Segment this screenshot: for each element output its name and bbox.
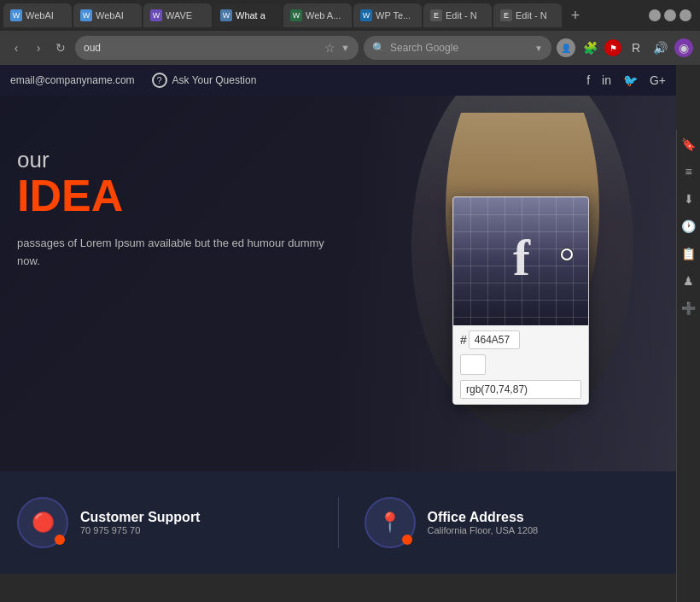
facebook-social-icon[interactable]: f <box>586 73 590 87</box>
office-address-icon-circle: 📍 <box>365 497 416 548</box>
facebook-letter-preview: f <box>513 229 530 288</box>
googleplus-social-icon[interactable]: G+ <box>650 73 666 87</box>
maximize-button[interactable] <box>664 9 676 21</box>
speaker-icon[interactable]: 🔊 <box>650 38 669 57</box>
tab-label-edit1: Edit - N <box>446 10 477 20</box>
tab-favicon-weba: W <box>290 9 302 21</box>
color-picker-canvas[interactable]: f <box>453 197 589 325</box>
rgb-display: rgb(70,74,87) <box>460 380 581 399</box>
tab-label-wave: WAVE <box>166 10 192 20</box>
support-icon-dot <box>55 535 65 545</box>
hero-text-block: our IDEA passages of Lorem Ipsum availab… <box>17 147 324 271</box>
sidebar-clipboard-icon[interactable]: 📋 <box>680 244 698 263</box>
hero-section: our IDEA passages of Lorem Ipsum availab… <box>0 96 676 471</box>
tab-label-weba: Web A... <box>306 10 341 20</box>
url-text: oud <box>84 42 319 54</box>
tab-weba[interactable]: W Web A... <box>283 3 352 27</box>
user-avatar[interactable]: 👤 <box>557 38 575 57</box>
tab-wave[interactable]: W WAVE <box>143 3 212 27</box>
tab-webai-1[interactable]: W WebAI <box>3 3 72 27</box>
tab-favicon-wave: W <box>150 9 162 21</box>
browser-chrome: W WebAI W WebAI W WAVE W What a W Web A.… <box>0 0 700 65</box>
color-picker-popup[interactable]: f # rgb(70,74,87) → <box>452 196 589 405</box>
sidebar-bookmark-icon[interactable]: 🔖 <box>680 135 698 154</box>
tab-favicon-1: W <box>10 9 22 21</box>
tab-label-1: WebAI <box>26 10 54 20</box>
hero-subtitle: our <box>17 147 324 173</box>
tab-whata[interactable]: W What a <box>213 3 282 27</box>
back-button[interactable]: ‹ <box>7 38 26 57</box>
close-button[interactable] <box>680 9 691 21</box>
tab-favicon-wpte: W <box>360 9 372 21</box>
customer-support-phone: 70 975 975 70 <box>80 525 200 535</box>
tab-favicon-edit2: E <box>500 9 512 21</box>
color-picker-controls: # rgb(70,74,87) <box>453 325 588 404</box>
tab-favicon-edit1: E <box>430 9 442 21</box>
address-icon: 📍 <box>378 511 401 534</box>
swatch-row <box>460 354 581 375</box>
tab-label-wpte: WP Te... <box>376 10 411 20</box>
color-swatch-white[interactable] <box>460 354 486 375</box>
tab-label-whata: What a <box>236 10 265 20</box>
url-box[interactable]: oud ☆ ▼ <box>75 36 359 60</box>
tab-wpte[interactable]: W WP Te... <box>353 3 422 27</box>
notification-icon[interactable]: ⚑ <box>604 39 621 56</box>
toolbar-icons: 👤 🧩 ⚑ R 🔊 ◉ <box>557 38 693 57</box>
customer-support-text: Customer Support 70 975 975 70 <box>80 510 200 535</box>
extensions-icon[interactable]: 🧩 <box>580 38 599 57</box>
twitter-social-icon[interactable]: 🐦 <box>623 73 638 87</box>
tab-bar: W WebAI W WebAI W WAVE W What a W Web A.… <box>0 0 700 31</box>
address-bar: ‹ › ↻ oud ☆ ▼ 🔍 Search Google ▼ 👤 🧩 ⚑ R … <box>0 31 700 65</box>
search-input-placeholder: Search Google <box>390 42 458 54</box>
search-box[interactable]: 🔍 Search Google ▼ <box>364 36 551 60</box>
main-content: email@companyname.com ? Ask Your Questio… <box>0 65 676 602</box>
forward-button[interactable]: › <box>29 38 48 57</box>
tab-edit2[interactable]: E Edit - N <box>493 3 562 27</box>
sidebar-download-icon[interactable]: ⬇ <box>680 190 698 208</box>
address-icon-dot <box>402 535 412 545</box>
email-address: email@companyname.com <box>10 74 135 86</box>
search-icon: 🔍 <box>372 42 385 54</box>
bookmark-icon[interactable]: ☆ <box>324 41 335 55</box>
url-chevron-icon[interactable]: ▼ <box>341 43 350 53</box>
tab-label-edit2: Edit - N <box>516 10 547 20</box>
sidebar-list-icon[interactable]: ≡ <box>680 162 698 181</box>
tab-label-2: WebAI <box>96 10 124 20</box>
color-picker-crosshair[interactable] <box>561 248 573 260</box>
hex-input-row: # <box>460 330 581 349</box>
hero-title: IDEA <box>17 173 324 218</box>
window-controls <box>649 9 697 21</box>
support-icon: 🔴 <box>32 511 55 534</box>
customer-support-card: 🔴 Customer Support 70 975 975 70 <box>17 497 312 548</box>
ask-question-label[interactable]: Ask Your Question <box>172 74 257 86</box>
info-bar: email@companyname.com ? Ask Your Questio… <box>0 65 676 96</box>
tab-favicon-whata: W <box>220 9 232 21</box>
customer-support-icon-circle: 🔴 <box>17 497 68 548</box>
right-sidebar: 🔖 ≡ ⬇ 🕐 📋 ♟ ➕ <box>676 130 700 602</box>
question-mark-icon: ? <box>152 73 167 88</box>
hash-symbol: # <box>460 333 467 347</box>
tab-edit1[interactable]: E Edit - N <box>423 3 492 27</box>
office-address-title: Office Address <box>428 510 539 525</box>
tab-webai-2[interactable]: W WebAI <box>73 3 142 27</box>
search-dropdown-icon[interactable]: ▼ <box>534 44 543 53</box>
main-layout: email@companyname.com ? Ask Your Questio… <box>0 65 700 602</box>
social-links: f in 🐦 G+ <box>586 73 666 87</box>
office-address-details: California Floor, USA 1208 <box>428 525 539 535</box>
color-picker-tool-icon[interactable]: ◉ <box>674 38 693 57</box>
office-address-card: 📍 Office Address California Floor, USA 1… <box>365 497 660 548</box>
tab-favicon-2: W <box>80 9 92 21</box>
hex-input[interactable] <box>469 330 520 349</box>
reload-button[interactable]: ↻ <box>51 38 70 57</box>
new-tab-button[interactable]: + <box>563 3 587 27</box>
linkedin-social-icon[interactable]: in <box>602 73 611 87</box>
nav-buttons: ‹ › ↻ <box>7 38 70 57</box>
minimize-button[interactable] <box>649 9 661 21</box>
ask-question-section: ? Ask Your Question <box>152 73 257 88</box>
sidebar-accessibility-icon[interactable]: ♟ <box>680 272 698 290</box>
sidebar-add-icon[interactable]: ➕ <box>680 299 698 318</box>
footer-section: 🔴 Customer Support 70 975 975 70 📍 Offic… <box>0 471 676 574</box>
translate-icon[interactable]: R <box>627 38 645 57</box>
sidebar-history-icon[interactable]: 🕐 <box>680 217 698 236</box>
hero-description: passages of Lorem Ipsum available but th… <box>17 235 324 271</box>
